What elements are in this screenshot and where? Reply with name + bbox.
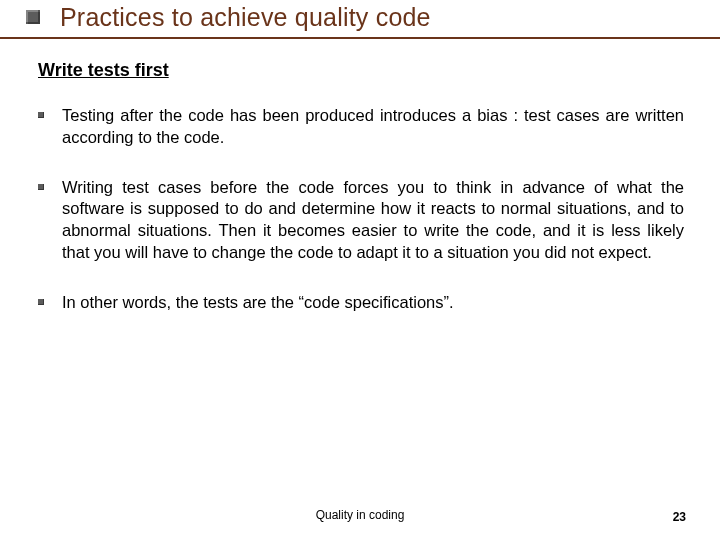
footer-text: Quality in coding	[0, 508, 720, 522]
square-bullet-icon	[38, 184, 44, 190]
slide-subtitle: Write tests first	[38, 60, 169, 81]
square-bullet-icon	[38, 299, 44, 305]
title-underline	[0, 37, 720, 39]
bullet-text: In other words, the tests are the “code …	[62, 292, 684, 314]
page-number: 23	[673, 510, 686, 524]
list-item: Writing test cases before the code force…	[38, 177, 684, 264]
body-content: Testing after the code has been produced…	[38, 105, 684, 341]
slide: Practices to achieve quality code Write …	[0, 0, 720, 540]
list-item: Testing after the code has been produced…	[38, 105, 684, 149]
square-bullet-icon	[38, 112, 44, 118]
list-item: In other words, the tests are the “code …	[38, 292, 684, 314]
title-bullet-icon	[26, 10, 40, 24]
bullet-text: Testing after the code has been produced…	[62, 105, 684, 149]
slide-title: Practices to achieve quality code	[60, 3, 431, 32]
bullet-text: Writing test cases before the code force…	[62, 177, 684, 264]
